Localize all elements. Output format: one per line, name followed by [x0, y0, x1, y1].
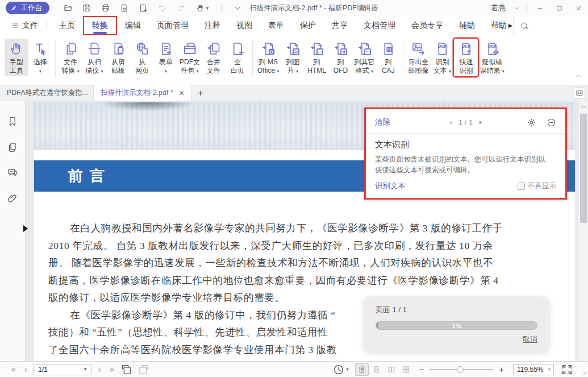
toolbar-button-label: 到HTML	[307, 58, 326, 75]
redo-button[interactable]	[174, 2, 187, 14]
maximize-button[interactable]	[549, 1, 569, 15]
search-button[interactable]	[514, 16, 535, 35]
menu-overflow-arrow[interactable]: ▶	[507, 16, 514, 35]
next-view-icon[interactable]	[137, 363, 150, 376]
next-page-button[interactable]: ›	[94, 364, 105, 375]
previous-view-icon[interactable]	[120, 363, 133, 376]
recognize-text-link[interactable]: 识别文本	[375, 181, 406, 191]
facing-continuous-view-button[interactable]	[399, 363, 413, 376]
undo-button[interactable]	[156, 2, 168, 14]
menu-tab-注释[interactable]: 注释	[197, 16, 228, 35]
toolbar-button-从扫描仪[interactable]: 从扫描仪 ▾	[82, 39, 106, 77]
notification-prev-icon[interactable]	[448, 119, 454, 126]
continuous-view-button[interactable]	[370, 363, 383, 376]
extract-page-button[interactable]	[118, 2, 131, 14]
pen-icon	[10, 5, 18, 12]
notification-next-icon[interactable]	[477, 119, 483, 126]
workspace-button[interactable]: 工作台	[6, 2, 49, 14]
new-tab-button[interactable]: +	[192, 85, 209, 101]
tab-close-icon[interactable]: ✕	[179, 89, 185, 97]
bookmark-icon[interactable]	[7, 116, 18, 127]
close-button[interactable]	[569, 1, 588, 15]
toolbar-button-从网页[interactable]: 从网页	[130, 39, 154, 76]
first-page-button[interactable]: «	[7, 364, 20, 375]
window-title: 扫描件演示文档-2.pdf * - 福昕PDF编辑器	[249, 3, 378, 13]
sidebar-expand-handle[interactable]	[23, 225, 28, 232]
menu-tab-辅助[interactable]: 辅助	[451, 16, 483, 35]
menu-tab-保护[interactable]: 保护	[292, 16, 324, 35]
toolbar-button-疑似错误结果[interactable]: OCR疑似错误结果 ▾	[478, 39, 506, 77]
menu-tab-表单[interactable]: 表单	[260, 16, 292, 35]
gear-icon[interactable]	[527, 118, 536, 127]
new-page-button[interactable]	[137, 2, 149, 14]
menu-tab-页面管理[interactable]: 页面管理	[149, 16, 197, 35]
zoom-in-button[interactable]: +	[494, 364, 508, 374]
divider	[403, 40, 403, 77]
single-page-view-button[interactable]	[355, 363, 369, 376]
document-tab[interactable]: 扫描件演示文档-2.pdf *✕	[94, 85, 192, 101]
menu-tab-共享[interactable]: 共享	[324, 16, 356, 35]
toolbar-button-到OFD[interactable]: d到OFD	[328, 39, 352, 76]
toolbar-button-label: 到CAJ	[382, 58, 395, 75]
toolbar-button-快速识别[interactable]: OCR快速识别	[454, 39, 478, 76]
document-area: 前言 在白人驹教授和国内外著名影像学专家的共同努力下，《医学影像诊断学》第 3 …	[26, 101, 578, 361]
last-page-button[interactable]: »	[105, 364, 118, 375]
toolbar-button-从剪贴板[interactable]: 从剪贴板	[106, 39, 130, 76]
toolbar-button-表单[interactable]: 表单▾	[154, 39, 178, 77]
zoom-out-button[interactable]: −	[414, 364, 428, 374]
toolbar-button-到图片[interactable]: 到图片 ▾	[281, 39, 305, 77]
toolbar-button-文件转换[interactable]: 文件转换 ▾	[59, 39, 82, 77]
page-number-input[interactable]: 1/1 ▼	[34, 364, 91, 375]
pages-icon[interactable]	[7, 142, 18, 153]
collapse-ribbon-button[interactable]	[574, 72, 582, 80]
zoom-slider[interactable]	[429, 369, 493, 370]
menu-tab-会员专享[interactable]: 会员专享	[403, 16, 451, 35]
user-menu-chevron[interactable]	[510, 2, 523, 14]
rotate-view-icon[interactable]	[332, 363, 345, 376]
toolbar-button-导出全部图像[interactable]: 导出全部图像	[406, 39, 430, 76]
panel-toggle-icon[interactable]	[574, 88, 585, 99]
scrollbar-thumb[interactable]	[580, 114, 587, 223]
save-button[interactable]	[81, 2, 93, 14]
cancel-button[interactable]: 取消	[523, 334, 537, 345]
menu-tab-主页[interactable]: 主页	[51, 16, 83, 35]
clear-notification-link[interactable]: 清除	[375, 117, 390, 127]
toolbar-button-到 MSOffice[interactable]: O到 MSOffice ▾	[256, 39, 281, 77]
document-tab[interactable]: PDFA格式在遵守饮食指...	[0, 85, 94, 101]
document-tab-label: PDFA格式在遵守饮食指...	[7, 88, 88, 98]
menu-tab-文档管理[interactable]: 文档管理	[356, 16, 403, 35]
hand-tool-quick-button[interactable]: ▾	[193, 2, 211, 14]
svg-text:OCR: OCR	[438, 44, 448, 49]
previous-page-button[interactable]: ‹	[20, 364, 31, 375]
toolbar-button-手型工具[interactable]: 手型工具	[5, 39, 28, 76]
comments-icon[interactable]	[7, 167, 18, 179]
toolbar-button-选择[interactable]: 选择▾	[28, 39, 52, 77]
attachment-icon[interactable]	[7, 193, 18, 204]
menu-file[interactable]: 文件	[8, 16, 41, 35]
zoom-slider-knob[interactable]	[457, 366, 464, 373]
collapse-notification-icon[interactable]	[547, 118, 556, 127]
toolbar-button-PDF文件包[interactable]: PDF文件包 ▾	[178, 39, 202, 77]
minimize-button[interactable]	[530, 1, 549, 15]
menu-tab-视图[interactable]: 视图	[228, 16, 260, 35]
user-name[interactable]: 若愚	[491, 3, 506, 13]
save-icon	[82, 3, 91, 13]
toolbar-button-合并文件[interactable]: 合并文件	[202, 39, 226, 76]
dont-show-again-checkbox[interactable]	[518, 183, 525, 190]
open-file-button[interactable]	[62, 2, 74, 14]
toolbar-button-到CAJ[interactable]: 到CAJ	[376, 39, 400, 76]
facing-view-button[interactable]	[385, 363, 398, 376]
toolbar-button-空白页[interactable]: 空白页	[226, 39, 249, 76]
menu-tab-编辑[interactable]: 编辑	[117, 16, 149, 35]
toolbar-button-到其它格式[interactable]: 到其它格式 ▾	[352, 39, 376, 77]
toolbar-button-到HTML[interactable]: </>到HTML	[305, 39, 328, 76]
menu-tab-转换[interactable]: 转换	[83, 16, 117, 35]
print-button[interactable]	[99, 2, 112, 14]
toolbar-button-识别文本[interactable]: OCR识别文本 ▾	[430, 39, 454, 77]
fullscreen-icon[interactable]	[561, 363, 573, 376]
collapse-toolbar-button[interactable]	[231, 2, 244, 14]
menu-tab-帮助[interactable]: 帮助	[483, 16, 507, 35]
scroll-up-icon[interactable]	[580, 103, 587, 110]
zoom-level-input[interactable]: 119.55% ▾	[513, 364, 554, 375]
resize-grip[interactable]	[580, 369, 587, 376]
